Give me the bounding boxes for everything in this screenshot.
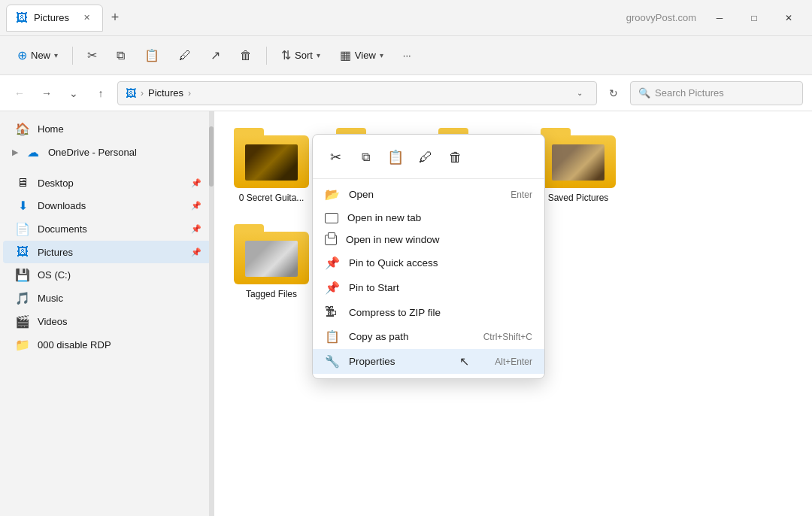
folder-secret-guitar[interactable]: 0 Secret Guita... bbox=[226, 123, 317, 208]
close-button[interactable]: ✕ bbox=[771, 6, 806, 30]
ctx-properties[interactable]: 🔧 Properties Alt+Enter ↖ bbox=[313, 349, 544, 374]
tab-title: Pictures bbox=[34, 12, 69, 23]
ctx-pin-start[interactable]: 📌 Pin to Start bbox=[313, 275, 544, 300]
pictures-tab[interactable]: 🖼 Pictures ✕ bbox=[6, 5, 103, 32]
share-button[interactable]: ↗ bbox=[202, 43, 229, 68]
ctx-pin-quick[interactable]: 📌 Pin to Quick access bbox=[313, 250, 544, 275]
folder-body-4 bbox=[541, 135, 616, 188]
refresh-button[interactable]: ↻ bbox=[603, 83, 624, 104]
ctx-new-window-label: Open in new window bbox=[346, 234, 532, 245]
copy-button[interactable]: ⧉ bbox=[108, 44, 133, 68]
sidebar-label-onedrive: OneDrive - Personal bbox=[48, 147, 201, 158]
ctx-paste-icon: 📋 bbox=[387, 149, 404, 165]
ctx-new-tab-icon bbox=[325, 213, 338, 223]
main-area: 🏠 Home ▶ ☁ OneDrive - Personal 🖥 Desktop… bbox=[0, 111, 812, 516]
ctx-pin-quick-icon: 📌 bbox=[325, 256, 340, 270]
sort-button[interactable]: ⇅ Sort ▾ bbox=[273, 43, 329, 68]
rename-button[interactable]: 🖊 bbox=[171, 44, 199, 68]
tab-icon: 🖼 bbox=[16, 11, 28, 25]
ctx-copy-icon: ⧉ bbox=[362, 150, 370, 164]
ctx-properties-label: Properties bbox=[349, 356, 471, 367]
folder-label-secret-guitar: 0 Secret Guita... bbox=[239, 193, 304, 203]
recent-button[interactable]: ⌄ bbox=[63, 83, 84, 104]
folder-icon-secret-guitar bbox=[234, 128, 309, 188]
toolbar-separator-2 bbox=[266, 47, 267, 65]
ctx-copy-path[interactable]: 📋 Copy as path Ctrl+Shift+C bbox=[313, 324, 544, 349]
ctx-paste-button[interactable]: 📋 bbox=[382, 144, 409, 171]
new-dropdown-arrow: ▾ bbox=[54, 51, 58, 59]
address-sep-1: › bbox=[141, 88, 144, 99]
view-dropdown-arrow: ▾ bbox=[380, 51, 383, 59]
desktop-icon: 🖥 bbox=[15, 176, 30, 190]
sidebar-item-music[interactable]: 🎵 Music bbox=[3, 287, 211, 310]
new-button[interactable]: ⊕ New ▾ bbox=[9, 43, 66, 68]
more-label: ··· bbox=[403, 50, 411, 61]
ctx-copy-path-icon: 📋 bbox=[325, 329, 340, 344]
ctx-copy-button[interactable]: ⧉ bbox=[352, 144, 379, 171]
maximize-button[interactable]: □ bbox=[737, 6, 771, 30]
ctx-rename-button[interactable]: 🖊 bbox=[412, 144, 439, 171]
sidebar-item-000rdp[interactable]: 📁 000 disable RDP bbox=[3, 333, 211, 357]
ctx-new-window-icon bbox=[325, 235, 337, 245]
sidebar-label-documents: Documents bbox=[38, 223, 183, 235]
address-dropdown-button[interactable]: ⌄ bbox=[571, 84, 589, 102]
sidebar-label-desktop: Desktop bbox=[38, 178, 183, 189]
search-icon: 🔍 bbox=[638, 87, 650, 99]
documents-icon: 📄 bbox=[15, 222, 30, 236]
file-area: 0 Secret Guita... Icons bbox=[214, 111, 812, 516]
folder-saved-pictures[interactable]: Saved Pictures bbox=[533, 123, 623, 208]
folder-thumbnail-saved bbox=[552, 144, 604, 181]
sidebar-item-home[interactable]: 🏠 Home bbox=[3, 117, 211, 141]
sidebar-scrollbar[interactable] bbox=[209, 111, 214, 516]
ctx-open[interactable]: 📂 Open Enter bbox=[313, 182, 544, 207]
sidebar-item-osc[interactable]: 💾 OS (C:) bbox=[3, 263, 211, 287]
paste-button[interactable]: 📋 bbox=[136, 43, 168, 68]
sidebar-item-pictures[interactable]: 🖼 Pictures 📌 bbox=[3, 241, 211, 263]
minimize-button[interactable]: ─ bbox=[702, 6, 737, 30]
sidebar-item-downloads[interactable]: ⬇ Downloads 📌 bbox=[3, 194, 211, 217]
search-placeholder: Search Pictures bbox=[655, 87, 724, 99]
sidebar-label-home: Home bbox=[38, 123, 201, 135]
share-icon: ↗ bbox=[211, 48, 220, 62]
ctx-open-label: Open bbox=[349, 189, 486, 200]
up-button[interactable]: ↑ bbox=[90, 83, 111, 104]
tab-close-button[interactable]: ✕ bbox=[81, 12, 93, 24]
address-box[interactable]: 🖼 › Pictures › ⌄ bbox=[117, 81, 597, 105]
folder-tagged-files[interactable]: Tagged Files bbox=[226, 220, 317, 304]
sidebar-label-osc: OS (C:) bbox=[38, 269, 201, 281]
sort-dropdown-arrow: ▾ bbox=[317, 51, 320, 59]
delete-button[interactable]: 🗑 bbox=[232, 44, 260, 68]
ctx-compress-zip[interactable]: 🗜 Compress to ZIP file bbox=[313, 300, 544, 324]
more-button[interactable]: ··· bbox=[395, 44, 420, 66]
back-button[interactable]: ← bbox=[9, 83, 30, 104]
sidebar-label-videos: Videos bbox=[38, 316, 201, 327]
sidebar-item-onedrive[interactable]: ▶ ☁ OneDrive - Personal bbox=[3, 141, 211, 164]
ctx-cut-button[interactable]: ✂ bbox=[322, 144, 349, 171]
address-folder-icon: 🖼 bbox=[126, 87, 136, 99]
address-bar-row: ← → ⌄ ↑ 🖼 › Pictures › ⌄ ↻ 🔍 Search Pict… bbox=[0, 75, 812, 111]
ctx-new-tab-label: Open in new tab bbox=[347, 212, 532, 223]
ctx-open-new-tab[interactable]: Open in new tab bbox=[313, 207, 544, 229]
cut-button[interactable]: ✂ bbox=[79, 43, 105, 68]
sort-icon: ⇅ bbox=[281, 48, 291, 62]
ctx-open-new-window[interactable]: Open in new window bbox=[313, 229, 544, 250]
expand-arrow-onedrive: ▶ bbox=[12, 147, 18, 157]
new-tab-button[interactable]: + bbox=[103, 6, 127, 30]
ctx-delete-button[interactable]: 🗑 bbox=[442, 144, 469, 171]
sidebar-item-desktop[interactable]: 🖥 Desktop 📌 bbox=[3, 171, 211, 194]
view-label: View bbox=[355, 50, 376, 61]
sidebar-item-documents[interactable]: 📄 Documents 📌 bbox=[3, 217, 211, 241]
ctx-delete-icon: 🗑 bbox=[449, 150, 462, 165]
sidebar-item-videos[interactable]: 🎬 Videos bbox=[3, 310, 211, 333]
ctx-open-shortcut: Enter bbox=[511, 190, 532, 200]
documents-pin-icon: 📌 bbox=[191, 224, 201, 234]
folder-body bbox=[234, 135, 309, 188]
title-bar: 🖼 Pictures ✕ + groovyPost.com ─ □ ✕ bbox=[0, 0, 812, 36]
folder-icon: 📁 bbox=[15, 338, 30, 352]
folder-thumbnail-guitar bbox=[245, 144, 298, 181]
paste-icon: 📋 bbox=[144, 48, 159, 62]
view-button[interactable]: ▦ View ▾ bbox=[332, 43, 392, 68]
tab-area: 🖼 Pictures ✕ + bbox=[6, 5, 626, 32]
forward-button[interactable]: → bbox=[36, 83, 57, 104]
search-box[interactable]: 🔍 Search Pictures bbox=[630, 81, 803, 105]
